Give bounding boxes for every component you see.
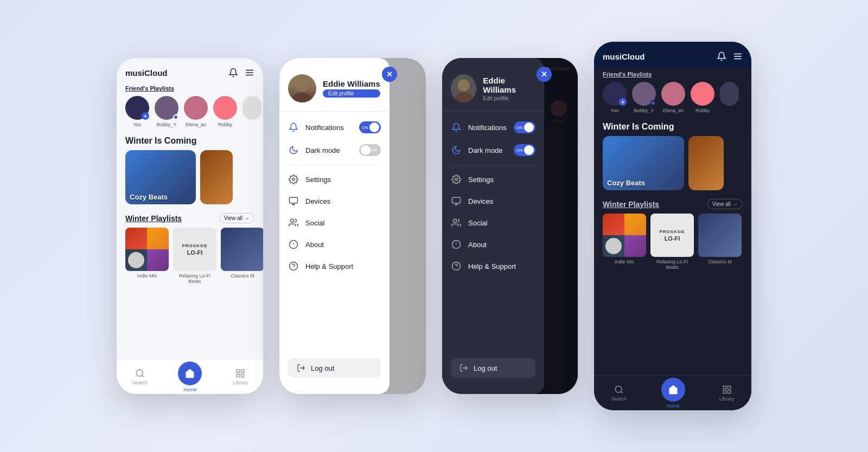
view-all-button[interactable]: View all → — [219, 213, 254, 223]
menu-item-devices[interactable]: Devices — [279, 190, 390, 212]
grid-q3 — [125, 249, 147, 271]
notifications-label: Notifications — [305, 124, 344, 132]
svg-rect-5 — [237, 370, 239, 372]
grid-q1 — [125, 228, 147, 249]
dark-notifications-label: Notifications — [468, 124, 507, 132]
dark-devices[interactable]: Devices — [442, 190, 544, 212]
menu-item-notifications[interactable]: Notifications ON — [279, 116, 390, 139]
dark-playlist-classics[interactable]: Classics M — [698, 214, 742, 270]
friend-bobby[interactable]: Bobby_Y — [155, 96, 178, 127]
dark-playlist-lofi[interactable]: PROSKGE LO-FI Relaxing Lo-Fi Beats — [650, 214, 694, 270]
friend-robby[interactable]: Robby — [213, 96, 237, 127]
dark-lofi-text-proskge: PROSKGE — [659, 229, 685, 234]
dark-friend-bobby[interactable]: Bobby_Y — [632, 82, 656, 113]
menu-close-button[interactable]: ✕ — [382, 67, 397, 82]
friend-you[interactable]: + You — [125, 96, 149, 127]
profile-name: Eddie Williams — [323, 79, 380, 88]
menu-item-about[interactable]: About — [279, 234, 390, 255]
menu-item-social[interactable]: Social — [279, 212, 390, 234]
menu-panel: ✕ Eddie Williams Edit profile — [279, 58, 390, 394]
playlist-classics[interactable]: Classics M — [221, 228, 263, 284]
dark-friend-label-robby: Robby — [695, 108, 710, 113]
devices-icon — [288, 196, 299, 206]
nav-search[interactable]: Search — [132, 369, 148, 385]
menu-item-settings[interactable]: Settings — [279, 169, 390, 190]
dark-avatar-robby — [691, 82, 714, 106]
playlist-lofi[interactable]: PROSKGE LO-FI Relaxing Lo-Fi Beats — [173, 228, 216, 284]
toggle-knob — [369, 122, 379, 132]
menu-item-help[interactable]: Help & Support — [279, 255, 390, 277]
dark-friend-partial — [720, 82, 739, 113]
dark-menu-darkmode[interactable]: Dark mode ON — [442, 139, 544, 162]
dark-person-thumb — [605, 238, 622, 254]
notifications-toggle[interactable]: ON — [359, 121, 381, 133]
dark-view-all-button[interactable]: View all → — [707, 199, 743, 209]
svg-point-28 — [454, 219, 457, 222]
toggle-off-label: OFF — [369, 148, 378, 153]
album-cozy-beats[interactable]: Cozy Beats — [125, 150, 196, 204]
playlist-classics-name: Classics M — [221, 273, 263, 279]
online-dot — [173, 114, 178, 120]
avatar-elena — [184, 96, 208, 120]
dark-logout-button[interactable]: Log out — [451, 358, 535, 378]
svg-line-4 — [142, 375, 143, 377]
dark-avatar-elena — [661, 82, 685, 106]
dark-playlist-lofi-name: Relaxing Lo-Fi Beats — [650, 259, 694, 270]
dark-menu-icon[interactable] — [733, 51, 743, 61]
dark-notification-icon[interactable] — [717, 51, 726, 61]
toggle-on-label: ON — [362, 125, 368, 130]
bottom-nav: Search Home Library — [117, 359, 263, 394]
friends-section-header: Friend's Playlists — [117, 82, 263, 96]
dark-darkmode-toggle[interactable]: ON — [514, 144, 535, 156]
dark-friend-you[interactable]: + You — [603, 82, 627, 113]
dark-social[interactable]: Social — [442, 212, 544, 234]
dark-notifications-toggle[interactable]: ON — [514, 121, 535, 133]
dark-settings[interactable]: Settings — [442, 169, 544, 190]
dark-playlist-indie-thumb — [603, 214, 646, 257]
dark-friends-section-header: Friend's Playlists — [594, 68, 751, 82]
top-bar-actions — [228, 68, 254, 78]
menu-divider-1 — [288, 165, 381, 165]
dark-help[interactable]: Help & Support — [442, 255, 544, 277]
dark-playlist-indie-name: Indie Mix — [603, 259, 646, 264]
phone-dark-home: musiCloud Friend's Playlists + Y — [594, 42, 751, 410]
settings-label: Settings — [305, 176, 331, 184]
dark-nav-library[interactable]: Library — [719, 385, 735, 402]
edit-profile-button[interactable]: Edit profile — [323, 89, 380, 98]
grid-q2 — [147, 228, 169, 249]
dark-settings-icon — [451, 174, 462, 185]
darkmode-toggle[interactable]: OFF — [359, 144, 381, 156]
dark-menu-panel: ✕ Eddie Williams Edit profile — [442, 58, 544, 394]
dark-toggle-on-label-2: ON — [516, 148, 523, 153]
dark-menu-close-button[interactable]: ✕ — [537, 67, 552, 82]
dark-edit-profile[interactable]: Edit profile — [483, 95, 535, 101]
dark-friend-elena[interactable]: Elena_an — [661, 82, 685, 113]
svg-rect-25 — [452, 197, 461, 203]
playlist-indie-thumb — [125, 228, 169, 271]
dark-menu-notifications[interactable]: Notifications ON — [442, 116, 544, 139]
friend-elena[interactable]: Elena_an — [184, 96, 208, 127]
menu-icon[interactable] — [245, 68, 254, 78]
nav-library[interactable]: Library — [233, 369, 248, 385]
notification-icon[interactable] — [228, 68, 238, 78]
logout-button[interactable]: Log out — [288, 358, 381, 378]
dark-grid-q3 — [603, 235, 624, 257]
home-circle — [178, 361, 202, 385]
dark-playlist-indie-mix[interactable]: Indie Mix — [603, 214, 646, 270]
dark-nav-search[interactable]: Search — [611, 385, 627, 402]
album-city[interactable] — [200, 150, 233, 204]
dark-arrow-icon: → — [732, 201, 738, 207]
friends-list: + You Bobby_Y Elena_an Robby — [117, 96, 263, 134]
profile-info: Eddie Williams Edit profile — [323, 79, 380, 98]
dark-friend-robby[interactable]: Robby — [691, 82, 714, 113]
nav-home[interactable]: Home — [178, 361, 202, 392]
dark-album-city[interactable] — [688, 136, 724, 190]
dark-album-cozy-beats[interactable]: Cozy Beats — [603, 136, 684, 190]
social-icon — [288, 217, 299, 228]
playlist-indie-mix[interactable]: Indie Mix — [125, 228, 169, 284]
lofi-text-proskge: PROSKGE — [182, 243, 207, 248]
dark-nav-home[interactable]: Home — [661, 378, 685, 409]
nav-library-label: Library — [233, 380, 248, 385]
menu-item-darkmode[interactable]: Dark mode OFF — [279, 139, 390, 162]
dark-about[interactable]: About — [442, 234, 544, 255]
